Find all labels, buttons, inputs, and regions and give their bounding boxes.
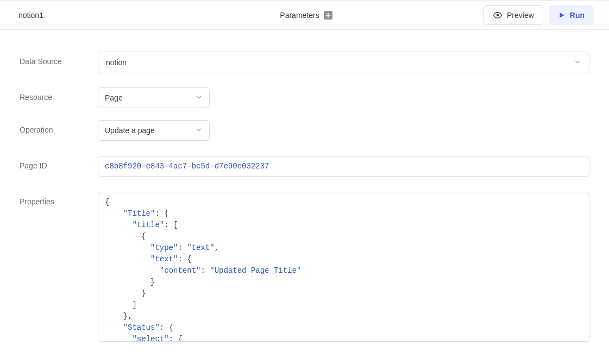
preview-label: Preview — [507, 11, 534, 20]
resource-value: Page — [105, 93, 123, 102]
page-title: notion1 — [18, 11, 210, 20]
row-operation: Operation Update a page — [20, 120, 589, 141]
row-page-id: Page ID — [20, 156, 589, 177]
properties-code[interactable]: { "Title": { "title": [ { "type": "text"… — [98, 192, 589, 341]
chevron-down-icon — [195, 126, 203, 135]
preview-button[interactable]: Preview — [484, 5, 543, 25]
eye-icon — [493, 10, 503, 20]
page-id-input[interactable] — [98, 156, 589, 177]
row-resource: Resource Page — [20, 87, 589, 108]
chevron-down-icon — [574, 58, 581, 67]
run-label: Run — [570, 11, 585, 20]
row-data-source: Data Source notion — [20, 52, 589, 73]
label-data-source: Data Source — [20, 52, 98, 66]
operation-select[interactable]: Update a page — [98, 120, 210, 141]
data-source-select[interactable]: notion — [98, 52, 589, 73]
row-properties: Properties { "Title": { "title": [ { "ty… — [20, 192, 589, 342]
tab-parameters[interactable]: Parameters — [210, 11, 402, 20]
form: Data Source notion Resource Page Operati… — [0, 30, 609, 364]
label-resource: Resource — [20, 87, 98, 102]
tab-label: Parameters — [280, 11, 319, 20]
top-bar: notion1 Parameters Preview — [0, 0, 609, 30]
label-operation: Operation — [20, 120, 98, 134]
svg-point-0 — [497, 14, 499, 16]
properties-editor[interactable]: { "Title": { "title": [ { "type": "text"… — [98, 192, 589, 342]
data-source-value: notion — [106, 58, 127, 67]
label-properties: Properties — [20, 192, 98, 206]
run-button[interactable]: Run — [549, 5, 594, 25]
plus-icon[interactable] — [324, 11, 332, 20]
play-icon — [558, 11, 566, 19]
label-page-id: Page ID — [20, 156, 98, 170]
operation-value: Update a page — [105, 126, 155, 135]
chevron-down-icon — [195, 93, 203, 103]
resource-select[interactable]: Page — [98, 87, 210, 108]
